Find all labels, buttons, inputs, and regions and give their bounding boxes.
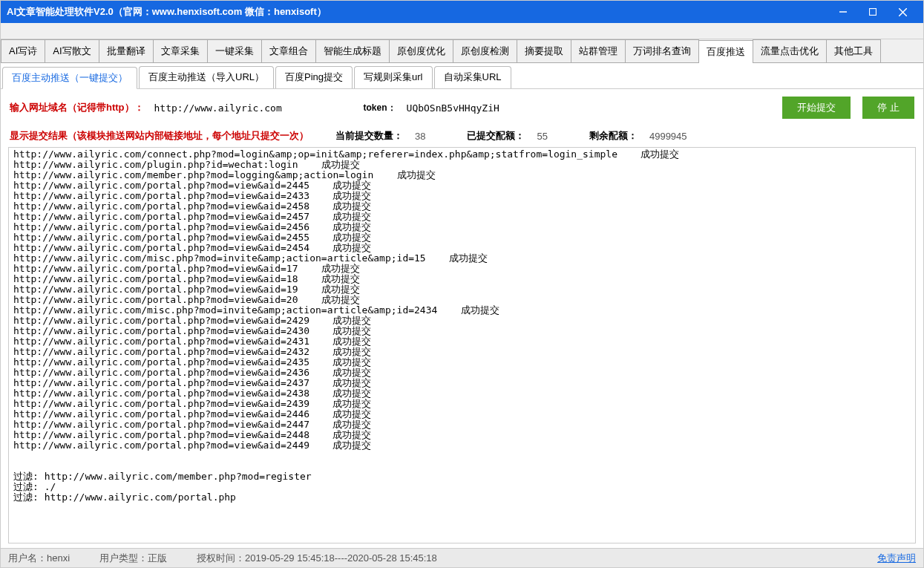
sub-tab-2[interactable]: 百度Ping提交 <box>275 66 353 88</box>
input-row: 输入网址域名（记得带http）： token： 开始提交 停 止 <box>1 89 923 126</box>
log-line: http://www.ailyric.com/connect.php?mod=l… <box>13 149 911 160</box>
disclaimer-link[interactable]: 免责声明 <box>877 552 916 565</box>
main-tab-7[interactable]: 原创度优化 <box>389 39 453 62</box>
log-line: http://www.ailyric.com/portal.php?mod=vi… <box>13 388 911 399</box>
submitted-quota-label: 已提交配额： <box>467 129 525 143</box>
log-line: http://www.ailyric.com/portal.php?mod=vi… <box>13 336 911 347</box>
log-line: http://www.ailyric.com/portal.php?mod=vi… <box>13 409 911 420</box>
start-submit-button[interactable]: 开始提交 <box>782 97 851 119</box>
token-input[interactable] <box>402 99 551 117</box>
log-line <box>13 461 911 471</box>
log-line: http://www.ailyric.com/portal.php?mod=vi… <box>13 284 911 295</box>
log-line: http://www.ailyric.com/portal.php?mod=vi… <box>13 243 911 253</box>
sub-tab-4[interactable]: 自动采集URL <box>434 66 511 88</box>
sub-tab-3[interactable]: 写规则采集url <box>354 66 432 88</box>
minimize-button[interactable] <box>828 1 858 23</box>
domain-input[interactable] <box>150 99 328 117</box>
log-line: http://www.ailyric.com/portal.php?mod=vi… <box>13 232 911 243</box>
log-line: http://www.ailyric.com/portal.php?mod=vi… <box>13 222 911 232</box>
main-tab-4[interactable]: 一键采集 <box>207 39 262 62</box>
stop-button[interactable]: 停 止 <box>862 97 914 119</box>
log-line: http://www.ailyric.com/portal.php?mod=vi… <box>13 295 911 305</box>
log-line: http://www.ailyric.com/portal.php?mod=vi… <box>13 191 911 201</box>
log-line <box>13 451 911 461</box>
log-line: http://www.ailyric.com/portal.php?mod=vi… <box>13 316 911 326</box>
main-tab-11[interactable]: 万词排名查询 <box>625 39 699 62</box>
main-tab-1[interactable]: AI写散文 <box>45 39 99 62</box>
main-tab-6[interactable]: 智能生成标题 <box>315 39 390 62</box>
log-line: http://www.ailyric.com/portal.php?mod=vi… <box>13 357 911 368</box>
status-row: 显示提交结果（该模块推送网站内部链接地址，每个地址只提交一次） 当前提交数量： … <box>1 126 923 146</box>
main-tab-10[interactable]: 站群管理 <box>571 39 626 62</box>
app-window: AI文章智能处理软件V2.0（官网：www.henxisoft.com 微信：h… <box>0 0 924 568</box>
log-line: http://www.ailyric.com/misc.php?mod=invi… <box>13 305 911 316</box>
log-line: 过滤: http://www.ailyric.com/member.php?mo… <box>13 471 911 482</box>
maximize-button[interactable] <box>858 1 888 23</box>
log-line: http://www.ailyric.com/portal.php?mod=vi… <box>13 201 911 212</box>
remaining-quota-label: 剩余配额： <box>589 129 638 143</box>
log-line: http://www.ailyric.com/portal.php?mod=vi… <box>13 399 911 409</box>
sub-tabs: 百度主动推送（一键提交）百度主动推送（导入URL）百度Ping提交写规则采集ur… <box>1 63 923 89</box>
domain-label: 输入网址域名（记得带http）： <box>10 101 144 114</box>
submitted-quota-value: 55 <box>537 131 547 142</box>
log-line: http://www.ailyric.com/misc.php?mod=invi… <box>13 253 911 264</box>
sub-tab-0[interactable]: 百度主动推送（一键提交） <box>2 67 137 89</box>
main-tab-5[interactable]: 文章组合 <box>261 39 316 62</box>
main-tab-2[interactable]: 批量翻译 <box>99 39 154 62</box>
main-tab-0[interactable]: AI写诗 <box>1 39 45 62</box>
log-line: http://www.ailyric.com/plugin.php?id=wec… <box>13 160 911 170</box>
main-tab-13[interactable]: 流量点击优化 <box>753 39 827 62</box>
main-tab-3[interactable]: 文章采集 <box>153 39 208 62</box>
content-area: 输入网址域名（记得带http）： token： 开始提交 停 止 显示提交结果（… <box>1 89 923 548</box>
toolbar-spacer <box>1 23 923 39</box>
log-line: http://www.ailyric.com/portal.php?mod=vi… <box>13 326 911 336</box>
main-tab-8[interactable]: 原创度检测 <box>453 39 517 62</box>
log-line: http://www.ailyric.com/portal.php?mod=vi… <box>13 420 911 430</box>
main-tab-14[interactable]: 其他工具 <box>826 39 881 62</box>
log-line: http://www.ailyric.com/portal.php?mod=vi… <box>13 378 911 388</box>
log-line: http://www.ailyric.com/portal.php?mod=vi… <box>13 264 911 274</box>
log-line: http://www.ailyric.com/portal.php?mod=vi… <box>13 440 911 451</box>
sub-tab-1[interactable]: 百度主动推送（导入URL） <box>139 66 274 88</box>
main-tabs: AI写诗AI写散文批量翻译文章采集一键采集文章组合智能生成标题原创度优化原创度检… <box>1 39 923 63</box>
sb-username: 用户名：henxi <box>8 552 70 565</box>
close-button[interactable] <box>888 1 917 23</box>
log-line: http://www.ailyric.com/portal.php?mod=vi… <box>13 212 911 222</box>
svg-rect-1 <box>870 9 877 16</box>
main-tab-9[interactable]: 摘要提取 <box>517 39 571 62</box>
log-line: http://www.ailyric.com/member.php?mod=lo… <box>13 170 911 180</box>
main-tab-12[interactable]: 百度推送 <box>698 40 753 63</box>
window-controls <box>828 1 917 23</box>
current-count-label: 当前提交数量： <box>335 129 403 143</box>
log-line: 过滤: ./ <box>13 482 911 492</box>
log-line: http://www.ailyric.com/portal.php?mod=vi… <box>13 347 911 357</box>
statusbar: 用户名：henxi 用户类型：正版 授权时间：2019-05-29 15:45:… <box>1 548 923 567</box>
log-line: http://www.ailyric.com/portal.php?mod=vi… <box>13 430 911 440</box>
app-title: AI文章智能处理软件V2.0（官网：www.henxisoft.com 微信：h… <box>7 5 828 19</box>
log-line: http://www.ailyric.com/portal.php?mod=vi… <box>13 274 911 284</box>
token-label: token： <box>364 102 396 114</box>
log-output[interactable]: http://www.ailyric.com/connect.php?mod=l… <box>8 147 916 543</box>
log-line: http://www.ailyric.com/portal.php?mod=vi… <box>13 368 911 378</box>
remaining-quota-value: 4999945 <box>649 131 687 142</box>
sb-usertype: 用户类型：正版 <box>99 552 167 565</box>
log-line: http://www.ailyric.com/portal.php?mod=vi… <box>13 180 911 191</box>
log-line: 过滤: http://www.ailyric.com/portal.php <box>13 492 911 503</box>
current-count-value: 38 <box>415 131 425 142</box>
result-label: 显示提交结果（该模块推送网站内部链接地址，每个地址只提交一次） <box>10 129 309 143</box>
sb-authtime: 授权时间：2019-05-29 15:45:18----2020-05-28 1… <box>197 552 437 565</box>
titlebar[interactable]: AI文章智能处理软件V2.0（官网：www.henxisoft.com 微信：h… <box>1 1 923 23</box>
